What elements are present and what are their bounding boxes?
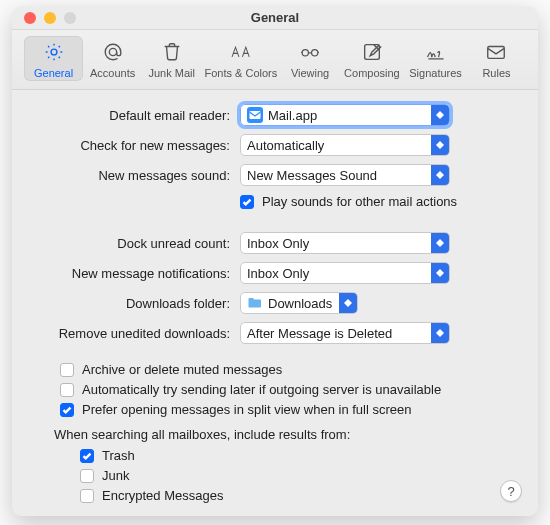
chevron-updown-icon [339,293,357,313]
tab-composing[interactable]: Composing [340,36,405,81]
mail-app-icon [247,107,263,123]
preferences-toolbar: General Accounts Junk Mail Fonts & Color… [12,30,538,90]
titlebar: General [12,6,538,30]
tab-label: Fonts & Colors [204,67,277,79]
tab-junkmail[interactable]: Junk Mail [142,36,201,81]
include-junk-label: Junk [102,468,129,483]
chevron-updown-icon [431,105,449,125]
envelope-icon [485,40,507,64]
tab-general[interactable]: General [24,36,83,81]
help-button[interactable]: ? [500,480,522,502]
tab-rules[interactable]: Rules [467,36,526,81]
play-sounds-checkbox[interactable] [240,195,254,209]
default-reader-label: Default email reader: [30,108,240,123]
tab-viewing[interactable]: Viewing [281,36,340,81]
default-reader-select[interactable]: Mail.app [240,104,450,126]
tab-accounts[interactable]: Accounts [83,36,142,81]
remove-downloads-label: Remove unedited downloads: [30,326,240,341]
new-sound-select[interactable]: New Messages Sound [240,164,450,186]
remove-downloads-select[interactable]: After Message is Deleted [240,322,450,344]
select-value: Inbox Only [247,236,431,251]
tab-label: Accounts [90,67,135,79]
svg-point-1 [109,48,116,55]
include-trash-label: Trash [102,448,135,463]
split-view-checkbox[interactable] [60,403,74,417]
archive-muted-checkbox[interactable] [60,363,74,377]
compose-icon [361,40,383,64]
tab-label: Composing [344,67,400,79]
select-value: After Message is Deleted [247,326,431,341]
include-encrypted-checkbox[interactable] [80,489,94,503]
archive-muted-label: Archive or delete muted messages [82,362,282,377]
svg-point-3 [312,50,318,56]
chevron-updown-icon [431,233,449,253]
svg-point-2 [302,50,308,56]
notifications-label: New message notifications: [30,266,240,281]
gear-icon [43,40,65,64]
chevron-updown-icon [431,135,449,155]
notifications-select[interactable]: Inbox Only [240,262,450,284]
tab-label: Rules [482,67,510,79]
select-value: Mail.app [268,108,431,123]
include-trash-checkbox[interactable] [80,449,94,463]
split-view-label: Prefer opening messages in split view wh… [82,402,412,417]
svg-rect-7 [250,111,261,119]
play-sounds-label: Play sounds for other mail actions [262,194,457,209]
window-title: General [12,10,538,25]
tab-label: Junk Mail [148,67,194,79]
tab-signatures[interactable]: Signatures [404,36,467,81]
check-new-select[interactable]: Automatically [240,134,450,156]
tab-fonts[interactable]: Fonts & Colors [201,36,280,81]
glasses-icon [299,40,321,64]
tab-label: Signatures [409,67,462,79]
auto-retry-label: Automatically try sending later if outgo… [82,382,441,397]
auto-retry-checkbox[interactable] [60,383,74,397]
downloads-folder-select[interactable]: Downloads [240,292,358,314]
select-value: Downloads [268,296,339,311]
svg-rect-5 [488,47,505,59]
fonts-icon [230,40,252,64]
tab-label: General [34,67,73,79]
select-value: Automatically [247,138,431,153]
select-value: New Messages Sound [247,168,431,183]
downloads-folder-label: Downloads folder: [30,296,240,311]
tab-label: Viewing [291,67,329,79]
new-sound-label: New messages sound: [30,168,240,183]
check-new-label: Check for new messages: [30,138,240,153]
chevron-updown-icon [431,263,449,283]
include-junk-checkbox[interactable] [80,469,94,483]
include-encrypted-label: Encrypted Messages [102,488,223,503]
at-icon [102,40,124,64]
dock-count-label: Dock unread count: [30,236,240,251]
chevron-updown-icon [431,165,449,185]
chevron-updown-icon [431,323,449,343]
search-header-label: When searching all mailboxes, include re… [54,427,520,442]
dock-count-select[interactable]: Inbox Only [240,232,450,254]
folder-icon [247,295,263,311]
select-value: Inbox Only [247,266,431,281]
svg-point-0 [51,49,57,55]
signature-icon [425,40,447,64]
trash-icon [161,40,183,64]
